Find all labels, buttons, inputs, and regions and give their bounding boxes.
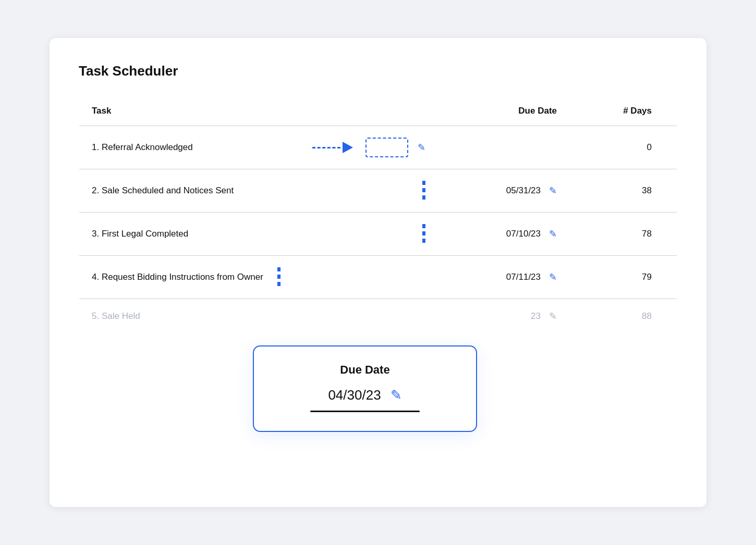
task-cell-content-2: 2. Sale Scheduled and Notices Sent [92, 181, 425, 201]
popup-underline [310, 411, 420, 412]
date-value-5: 23 [531, 311, 541, 321]
due-date-cell-4: 07/11/23 ✎ [438, 256, 569, 299]
edit-icon-4[interactable]: ✎ [549, 271, 557, 283]
task-name-3: 3. First Legal Completed [92, 229, 414, 239]
svg-marker-0 [343, 142, 353, 153]
table-row: 3. First Legal Completed 07/10/23 ✎ 78 [79, 213, 677, 256]
main-card: Task Scheduler Task Due Date # Days 1. R… [50, 38, 706, 507]
vertical-bar-icon-3 [422, 224, 425, 244]
due-date-content-5: 23 ✎ [450, 311, 557, 322]
table-row: 5. Sale Held 23 ✎ 88 [79, 299, 677, 334]
days-cell-5: 88 [569, 299, 677, 334]
table-row: 2. Sale Scheduled and Notices Sent 05/31… [79, 169, 677, 213]
dashed-line-icon [312, 147, 340, 148]
days-cell-4: 79 [569, 256, 677, 299]
task-name-5: 5. Sale Held [92, 311, 140, 321]
task-table: Task Due Date # Days 1. Referral Acknowl… [79, 96, 677, 334]
edit-icon-2[interactable]: ✎ [549, 185, 557, 196]
popup-overlay: Due Date 04/30/23 ✎ [253, 345, 477, 432]
days-cell-1: 0 [569, 126, 677, 169]
due-date-content-4: 07/11/23 ✎ [450, 271, 557, 283]
arrow-icon [343, 140, 359, 155]
task-cell-content-4: 4. Request Bidding Instructions from Own… [92, 267, 425, 287]
popup-title: Due Date [340, 363, 389, 377]
days-value-4: 79 [642, 272, 652, 282]
task-cell-content-3: 3. First Legal Completed [92, 224, 425, 244]
days-value-1: 0 [647, 142, 652, 152]
popup-edit-icon[interactable]: ✎ [391, 387, 402, 403]
due-date-content-3: 07/10/23 ✎ [450, 228, 557, 240]
due-date-cell-5: 23 ✎ [438, 299, 569, 334]
popup-date-value: 04/30/23 [328, 387, 381, 403]
dashed-rect-icon [365, 138, 408, 157]
col-header-days: # Days [569, 96, 677, 126]
task-name-2: 2. Sale Scheduled and Notices Sent [92, 185, 414, 196]
due-date-content-2: 05/31/23 ✎ [450, 185, 557, 196]
task-cell-3: 3. First Legal Completed [79, 213, 438, 256]
task-cell-1: 1. Referral Acknowledged ✎ [79, 126, 438, 169]
popup-box: Due Date 04/30/23 ✎ [253, 345, 477, 432]
days-cell-2: 38 [569, 169, 677, 213]
edit-icon-5[interactable]: ✎ [549, 311, 557, 322]
task-cell-2: 2. Sale Scheduled and Notices Sent [79, 169, 438, 213]
days-value-5: 88 [642, 311, 652, 321]
page-title: Task Scheduler [79, 63, 677, 79]
task-cell-content-1: 1. Referral Acknowledged ✎ [92, 138, 425, 157]
date-value-4: 07/11/23 [506, 272, 541, 282]
task-name-4: 4. Request Bidding Instructions from Own… [92, 272, 269, 282]
days-value-2: 38 [642, 185, 652, 195]
popup-date-row: 04/30/23 ✎ [328, 387, 401, 403]
edit-icon-3[interactable]: ✎ [549, 228, 557, 240]
due-date-cell-2: 05/31/23 ✎ [438, 169, 569, 213]
edit-icon-1[interactable]: ✎ [418, 142, 425, 153]
col-header-task: Task [79, 96, 438, 126]
days-value-3: 78 [642, 229, 652, 239]
date-value-3: 07/10/23 [506, 229, 541, 239]
col-header-due-date: Due Date [438, 96, 569, 126]
vertical-bar-icon-2 [422, 181, 425, 201]
due-date-cell-3: 07/10/23 ✎ [438, 213, 569, 256]
task-cell-5: 5. Sale Held [79, 299, 438, 334]
task-cell-4: 4. Request Bidding Instructions from Own… [79, 256, 438, 299]
days-cell-3: 78 [569, 213, 677, 256]
date-value-2: 05/31/23 [506, 185, 541, 196]
due-date-cell-1 [438, 126, 569, 169]
task-name-1: 1. Referral Acknowledged [92, 142, 304, 153]
vertical-bar-icon-4 [277, 267, 281, 287]
table-row: 1. Referral Acknowledged ✎ [79, 126, 677, 169]
table-row: 4. Request Bidding Instructions from Own… [79, 256, 677, 299]
